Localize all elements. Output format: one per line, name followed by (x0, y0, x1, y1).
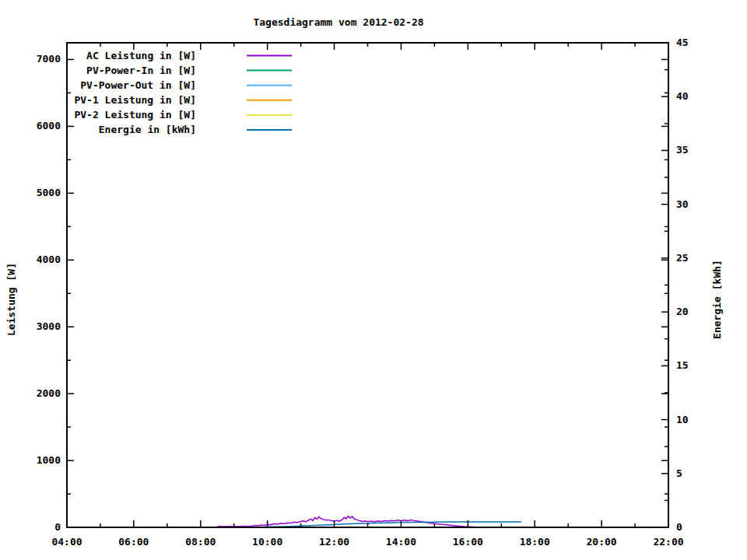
y-right-tick-label: 25 (676, 252, 724, 264)
y-left-tick-label: 0 (12, 521, 61, 533)
x-tick-label: 10:00 (243, 536, 293, 548)
x-tick-label: 22:00 (644, 536, 693, 548)
x-tick-label: 04:00 (42, 536, 92, 548)
x-tick-label: 18:00 (510, 536, 559, 548)
x-tick-label: 12:00 (310, 536, 359, 548)
y-left-tick-label: 2000 (12, 387, 61, 399)
y-right-tick-label: 20 (676, 306, 724, 317)
y-left-tick-label: 3000 (12, 320, 61, 332)
legend-label: Energie in [kWh] (23, 124, 196, 135)
x-tick-label: 06:00 (109, 536, 159, 548)
legend-label: PV-Power-Out in [W] (23, 79, 196, 91)
y-right-tick-label: 30 (676, 198, 724, 210)
y-right-tick-label: 35 (676, 144, 724, 156)
y-right-tick-label: 15 (676, 359, 724, 371)
x-tick-label: 20:00 (577, 536, 626, 548)
chart-screen: Tagesdiagramm vom 2012-02-28 Leistung [W… (0, 0, 747, 560)
y-right-tick-label: 10 (676, 414, 724, 425)
legend-label: PV-1 Leistung in [W] (23, 94, 196, 106)
legend-label: PV-2 Leistung in [W] (23, 109, 196, 121)
legend-label: AC Leistung in [W] (23, 50, 196, 61)
x-tick-label: 14:00 (376, 536, 426, 548)
chart-title: Tagesdiagramm vom 2012-02-28 (253, 16, 423, 28)
y-left-tick-label: 4000 (12, 254, 61, 265)
y-left-tick-label: 5000 (12, 187, 61, 198)
y-right-tick-label: 0 (676, 521, 724, 533)
y-right-tick-label: 40 (676, 90, 724, 102)
y-right-tick-label: 5 (676, 467, 724, 479)
y-left-tick-label: 1000 (12, 454, 61, 466)
legend-label: PV-Power-In in [W] (23, 65, 196, 76)
x-tick-label: 08:00 (176, 536, 226, 548)
y-axis-label-right: Energie [kWh] (711, 260, 723, 339)
x-tick-label: 16:00 (443, 536, 493, 548)
y-right-tick-label: 45 (676, 37, 724, 48)
